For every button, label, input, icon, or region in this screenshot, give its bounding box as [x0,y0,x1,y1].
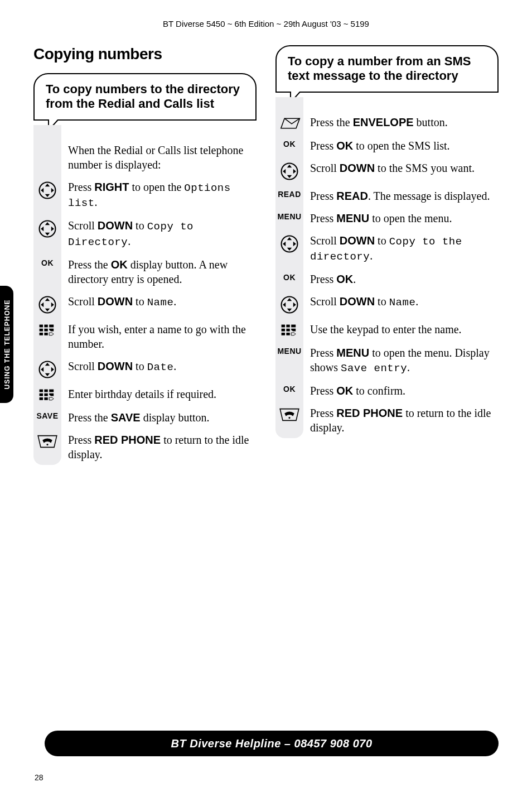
step-text: . [173,295,176,308]
page-number: 28 [35,773,43,782]
step-bold: RED PHONE [94,434,161,446]
step-text: to the SMS you want. [375,162,475,174]
step-text: Press [310,385,336,397]
step-icon-cell [33,431,61,449]
nav-pad-icon [280,295,299,314]
step-text: Press [310,190,336,202]
step-text: Press the [310,116,353,128]
header-diff-line: BT Diverse 5450 ~ 6th Edition ~ 29th Aug… [33,19,499,28]
step-row: Press RED PHONE to return to the idle di… [33,431,257,462]
step-bold: RIGHT [94,181,129,193]
step-label: SAVE [36,411,58,420]
step-text: . [370,249,373,262]
step-row: Scroll DOWN to Copy to the directory. [275,232,499,264]
step-lcd-text: Name [389,296,416,309]
step-text: Press [310,273,336,285]
step-icon-cell [275,321,303,338]
step-bold: DOWN [340,295,375,308]
step-icon-cell [33,217,61,238]
step-row: Press RED PHONE to return to the idle di… [275,405,499,435]
step-bold: RED PHONE [336,407,403,419]
step-text: Press [310,140,336,152]
step-label: MENU [277,347,301,356]
nav-pad-icon [280,234,299,253]
footer-helpline: BT Diverse Helpline – 08457 908 070 [45,731,499,756]
step-row: Scroll DOWN to Copy to Directory. [33,217,257,249]
step-body: When the Redial or Calls list telephone … [68,142,257,172]
step-body: Press the SAVE display button. [68,409,257,425]
step-row: OKPress OK. [275,271,499,286]
step-row: Scroll DOWN to Name. [275,293,499,314]
step-text: Scroll [310,234,340,247]
step-text: . [415,295,418,308]
step-lcd-text: Date [147,361,174,373]
step-bold: DOWN [340,162,375,174]
step-icon-cell: MENU [275,210,303,221]
step-icon-cell [275,232,303,253]
step-bold: OK [336,140,353,152]
step-text: When the Redial or Calls list telephone … [68,144,243,171]
step-row: OKPress OK to open the SMS list. [275,137,499,153]
step-row: MENUPress MENU to open the menu. Display… [275,344,499,376]
step-row: Scroll DOWN to Name. [33,293,257,314]
step-body: Press RED PHONE to return to the idle di… [68,431,257,462]
step-row: Press RIGHT to open the Options list. [33,179,257,210]
step-body: Press MENU to open the menu. Display sho… [310,344,499,376]
step-text: to open the SMS list. [353,140,449,152]
step-body: Press RIGHT to open the Options list. [68,179,257,210]
step-icon-cell [33,386,61,402]
step-text: Scroll [68,219,98,232]
step-body: If you wish, enter a name to go with the… [68,321,257,351]
step-text: Use the keypad to enter the name. [310,323,462,335]
step-icon-cell [275,160,303,181]
step-text: to [133,360,147,372]
step-body: Press OK to open the SMS list. [310,137,499,153]
step-body: Press OK. [310,271,499,286]
step-body: Press RED PHONE to return to the idle di… [310,405,499,435]
step-row: Use the keypad to enter the name. [275,321,499,338]
step-row: Scroll DOWN to the SMS you want. [275,160,499,181]
step-body: Press the OK display button. A new direc… [68,256,257,286]
step-label: OK [283,273,296,282]
nav-pad-icon [280,162,299,181]
nav-pad-icon [38,360,57,379]
step-text: to [133,295,147,308]
step-row: READPress READ. The message is displayed… [275,188,499,203]
step-text: Scroll [68,295,98,308]
step-bold: ENVELOPE [353,116,414,128]
step-text: button. [414,116,448,128]
section-title-copying: Copying numbers [33,45,257,63]
step-icon-cell: READ [275,188,303,199]
step-body: Scroll DOWN to Copy to the directory. [310,232,499,264]
side-tab-text: USING THE TELEPHONE [3,299,11,389]
step-body: Enter birthday details if required. [68,386,257,401]
step-body: Scroll DOWN to Name. [310,293,499,310]
step-text: Press [310,407,336,419]
step-text: Press [68,181,94,193]
step-text: to confirm. [353,385,405,397]
step-body: Press READ. The message is displayed. [310,188,499,203]
step-row: Scroll DOWN to Date. [33,358,257,379]
step-icon-cell [275,293,303,314]
step-text: Scroll [310,295,340,308]
step-body: Scroll DOWN to Name. [68,293,257,310]
step-icon-cell: OK [33,256,61,267]
step-body: Scroll DOWN to Date. [68,358,257,375]
step-body: Press OK to confirm. [310,382,499,398]
step-text: Press [310,347,336,359]
step-icon-cell [33,179,61,200]
step-text: . [95,196,98,208]
step-lcd-text: Name [147,296,174,309]
keypad-icon [280,323,298,338]
step-bold: DOWN [98,295,133,308]
step-icon-cell: MENU [275,344,303,356]
step-icon-cell: SAVE [33,409,61,420]
step-row: OKPress the OK display button. A new dir… [33,256,257,286]
step-text: Enter birthday details if required. [68,388,216,400]
step-text: If you wish, enter a name to go with the… [68,323,246,350]
nav-pad-icon [38,181,57,200]
step-row: SAVEPress the SAVE display button. [33,409,257,425]
step-body: Press the ENVELOPE button. [310,114,499,129]
step-bold: READ [336,190,368,202]
step-bold: OK [336,385,353,397]
